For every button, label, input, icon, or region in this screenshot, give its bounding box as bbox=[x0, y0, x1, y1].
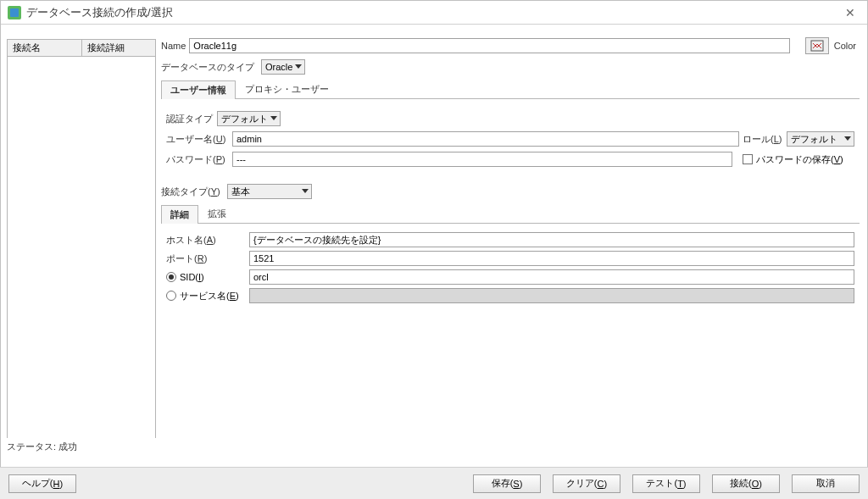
service-label: サービス名(E) bbox=[180, 290, 239, 302]
color-label: Color bbox=[834, 41, 860, 51]
username-label: ユーザー名(U) bbox=[166, 133, 229, 146]
connection-list-header: 接続名 接続詳細 bbox=[8, 40, 155, 57]
chevron-down-icon bbox=[301, 189, 309, 194]
connection-list-body[interactable] bbox=[8, 57, 155, 439]
conn-type-row: 接続タイプ(Y) 基本 bbox=[161, 184, 860, 199]
main-tabs: ユーザー情報 プロキシ・ユーザー bbox=[161, 80, 860, 99]
role-label: ロール(L) bbox=[743, 133, 783, 146]
service-radio[interactable]: サービス名(E) bbox=[166, 290, 246, 302]
subtab-detail[interactable]: 詳細 bbox=[161, 205, 198, 224]
radio-on-icon bbox=[166, 272, 176, 282]
chevron-down-icon bbox=[270, 116, 278, 121]
conn-type-label: 接続タイプ(Y) bbox=[161, 186, 224, 198]
host-input[interactable] bbox=[249, 232, 854, 247]
help-button[interactable]: ヘルプ(H) bbox=[8, 474, 76, 493]
col-connection-detail[interactable]: 接続詳細 bbox=[81, 40, 156, 56]
connection-list-panel: 接続名 接続詳細 bbox=[7, 39, 156, 438]
dbtype-row: データベースのタイプ Oracle bbox=[161, 59, 860, 75]
chevron-down-icon bbox=[294, 64, 303, 69]
user-info-group: 認証タイプ デフォルト ユーザー名(U) ロール(L) デフォルト bbox=[161, 99, 860, 172]
subtab-extended[interactable]: 拡張 bbox=[198, 204, 236, 223]
role-select[interactable]: デフォルト bbox=[787, 131, 854, 147]
auth-type-value: デフォルト bbox=[221, 113, 270, 125]
conn-type-select[interactable]: 基本 bbox=[227, 184, 312, 199]
dialog-body: 接続名 接続詳細 ステータス: 成功 Name Color データベースのタイプ… bbox=[0, 24, 868, 465]
svg-rect-0 bbox=[811, 41, 823, 51]
role-value: デフォルト bbox=[791, 133, 839, 146]
sid-label: SID(I) bbox=[180, 272, 204, 282]
username-input[interactable] bbox=[232, 131, 739, 147]
auth-type-select[interactable]: デフォルト bbox=[217, 111, 281, 126]
color-picker-button[interactable] bbox=[805, 37, 829, 54]
radio-off-icon bbox=[166, 291, 176, 301]
clear-button[interactable]: クリア(C) bbox=[553, 474, 620, 493]
service-input-disabled bbox=[249, 288, 854, 303]
status-text: ステータス: 成功 bbox=[7, 441, 77, 453]
tab-user-info[interactable]: ユーザー情報 bbox=[161, 80, 236, 99]
dbtype-label: データベースのタイプ bbox=[161, 61, 258, 74]
port-input[interactable] bbox=[249, 251, 854, 266]
close-icon[interactable]: ✕ bbox=[840, 6, 860, 19]
sid-input[interactable] bbox=[249, 269, 854, 285]
password-label: パスワード(P) bbox=[166, 153, 229, 166]
connect-button[interactable]: 接続(O) bbox=[712, 474, 780, 493]
conn-type-value: 基本 bbox=[231, 186, 252, 198]
name-row: Name Color bbox=[161, 37, 860, 54]
dbtype-select[interactable]: Oracle bbox=[261, 59, 305, 75]
name-input[interactable] bbox=[189, 38, 789, 53]
dbtype-value: Oracle bbox=[265, 62, 294, 72]
test-button[interactable]: テスト(T) bbox=[632, 474, 700, 493]
auth-type-label: 認証タイプ bbox=[166, 113, 217, 125]
checkbox-icon bbox=[743, 154, 753, 164]
host-label: ホスト名(A) bbox=[166, 234, 246, 247]
save-password-label: パスワードの保存(V) bbox=[756, 153, 843, 166]
save-password-checkbox[interactable]: パスワードの保存(V) bbox=[743, 153, 854, 166]
name-label: Name bbox=[161, 41, 189, 51]
save-button[interactable]: 保存(S) bbox=[473, 474, 541, 493]
form-panel: Name Color データベースのタイプ Oracle ユーザー情報 プロキシ… bbox=[161, 37, 860, 453]
app-icon bbox=[8, 6, 21, 19]
window-title: データベース接続の作成/選択 bbox=[26, 5, 840, 20]
tab-proxy-user[interactable]: プロキシ・ユーザー bbox=[236, 80, 338, 98]
cancel-button[interactable]: 取消 bbox=[792, 474, 860, 493]
sid-radio[interactable]: SID(I) bbox=[166, 272, 246, 282]
conn-detail-group: ホスト名(A) ポート(R) SID(I) サービス名 bbox=[161, 224, 860, 308]
port-label: ポート(R) bbox=[166, 252, 246, 265]
color-picker-icon bbox=[810, 40, 824, 52]
title-bar: データベース接続の作成/選択 ✕ bbox=[1, 1, 867, 25]
password-input[interactable] bbox=[232, 152, 732, 167]
auth-row: 認証タイプ デフォルト bbox=[166, 111, 854, 126]
chevron-down-icon bbox=[843, 136, 852, 141]
col-connection-name[interactable]: 接続名 bbox=[8, 40, 81, 56]
conn-subtabs: 詳細 拡張 bbox=[161, 204, 860, 224]
button-bar: ヘルプ(H) 保存(S) クリア(C) テスト(T) 接続(O) 取消 bbox=[0, 467, 868, 499]
